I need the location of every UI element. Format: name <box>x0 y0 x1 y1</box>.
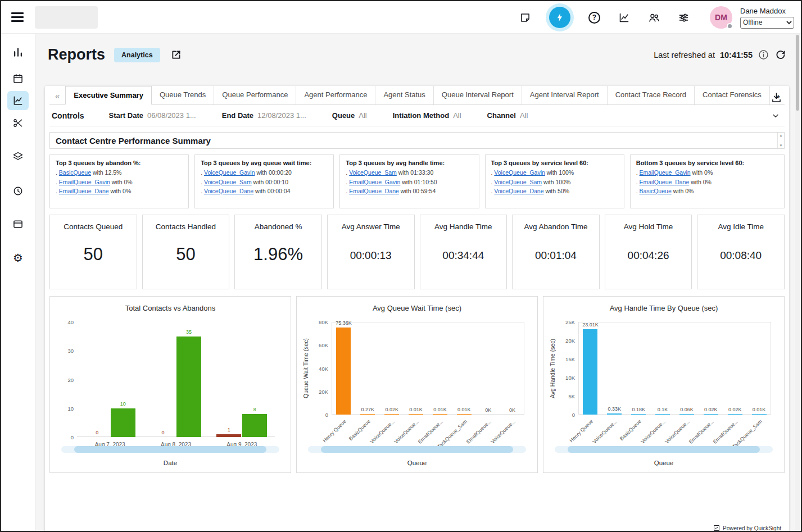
queue-link-voicequeue-gavin[interactable]: VoiceQueue_Gavin <box>494 169 545 176</box>
bar[interactable] <box>679 414 694 415</box>
layers-icon <box>12 151 24 162</box>
filter-queue[interactable]: QueueAll <box>332 111 367 120</box>
tab-executive-summary[interactable]: Executive Summary <box>65 86 152 105</box>
tab-queue-interval-report[interactable]: Queue Interval Report <box>434 86 522 104</box>
bar[interactable] <box>728 414 742 415</box>
bar[interactable] <box>631 414 646 415</box>
sidebar-item-settings[interactable]: ⚙ <box>7 248 29 267</box>
help-icon[interactable]: ? <box>588 12 600 24</box>
page-header: Reports Analytics Last refreshed at 10:4… <box>35 34 801 63</box>
window-icon <box>12 219 24 230</box>
bar[interactable] <box>176 337 201 437</box>
queue-link-voicequeue-sam[interactable]: VoiceQueue_Sam <box>349 169 397 176</box>
notes-icon[interactable] <box>519 12 531 24</box>
bar[interactable] <box>360 414 375 415</box>
chart-scrollbar-thumb[interactable] <box>568 446 759 453</box>
kpi-card-avg-abandon-time: Avg Abandon Time00:01:04 <box>512 215 600 289</box>
tab-contact-trace-record[interactable]: Contact Trace Record <box>608 86 695 104</box>
bar[interactable] <box>336 328 351 415</box>
tab-agent-performance[interactable]: Agent Performance <box>296 86 375 104</box>
flash-button[interactable] <box>549 7 570 28</box>
bar[interactable] <box>242 414 267 437</box>
chart-scrollbar[interactable] <box>308 446 526 453</box>
queue-link-basicqueue[interactable]: BasicQueue <box>640 188 672 194</box>
bar-value-label: 0K <box>496 407 529 413</box>
external-link-icon[interactable] <box>170 49 182 61</box>
sidebar-item-reports[interactable] <box>7 91 29 110</box>
sidebar-item-flows[interactable] <box>7 113 29 133</box>
queue-link-emailqueue-dane[interactable]: EmailQueue_Dane <box>349 188 399 194</box>
avatar[interactable]: DM <box>710 6 732 29</box>
status-select[interactable]: Offline <box>740 17 794 29</box>
bar[interactable] <box>433 414 447 415</box>
bar[interactable] <box>583 329 597 415</box>
queue-link-emailqueue-gavin[interactable]: EmailQueue_Gavin <box>59 179 110 185</box>
bar[interactable] <box>457 414 472 415</box>
scroll-up-icon[interactable]: ▲ <box>780 134 783 137</box>
page-scrollbar-thumb[interactable] <box>796 35 799 111</box>
chart-scrollbar[interactable] <box>555 446 773 453</box>
sidebar-item-workspaces[interactable] <box>7 215 29 234</box>
bar[interactable] <box>111 408 135 437</box>
controls-collapse-icon[interactable] <box>771 111 780 120</box>
page-scrollbar[interactable] <box>795 34 800 530</box>
y-tick-label: 0 <box>53 434 74 440</box>
bar[interactable] <box>704 414 718 415</box>
menu-icon[interactable] <box>11 10 24 25</box>
kpi-value: 50 <box>143 244 229 265</box>
chart-scrollbar[interactable] <box>61 446 279 453</box>
queue-link-basicqueue[interactable]: BasicQueue <box>59 169 91 176</box>
users-icon[interactable] <box>648 12 660 24</box>
queue-link-voicequeue-sam[interactable]: VoiceQueue_Sam <box>204 179 252 185</box>
filter-end-date[interactable]: End Date12/08/2023 1... <box>222 111 306 120</box>
tab-agent-interval-report[interactable]: Agent Interval Report <box>522 86 608 104</box>
scissors-icon <box>12 117 24 129</box>
bar-value-label: 0 <box>80 430 114 435</box>
queue-link-voicequeue-dane[interactable]: VoiceQueue_Dane <box>204 188 253 194</box>
sidebar-item-schedule[interactable] <box>7 69 29 88</box>
chart-scrollbar-thumb[interactable] <box>321 446 513 453</box>
summary-scrollbar[interactable]: ▲ ▼ <box>777 133 784 148</box>
kpi-label: Contacts Queued <box>50 222 137 231</box>
queue-link-emailqueue-dane[interactable]: EmailQueue_Dane <box>640 179 690 185</box>
bar[interactable] <box>655 414 670 415</box>
queue-link-emailqueue-gavin[interactable]: EmailQueue_Gavin <box>640 169 691 176</box>
sliders-icon[interactable] <box>678 12 690 24</box>
kpi-card-avg-idle-time: Avg Idle Time00:08:40 <box>697 215 785 289</box>
y-tick-label: 10 <box>53 406 74 412</box>
filter-channel[interactable]: ChannelAll <box>487 111 528 120</box>
kpi-card-avg-answer-time: Avg Answer Time00:00:13 <box>327 215 415 289</box>
queue-link-emailqueue-gavin[interactable]: EmailQueue_Gavin <box>349 179 400 185</box>
queue-link-voicequeue-gavin[interactable]: VoiceQueue_Gavin <box>204 169 255 176</box>
tab-queue-trends[interactable]: Queue Trends <box>152 86 214 104</box>
tab-contact-forensics[interactable]: Contact Forensics <box>695 86 770 104</box>
queue-link-voicequeue-sam[interactable]: VoiceQueue_Sam <box>494 179 542 185</box>
tabs-scroll-left-icon[interactable]: « <box>49 91 65 104</box>
scroll-down-icon[interactable]: ▼ <box>780 144 783 147</box>
bar[interactable] <box>409 414 423 415</box>
filter-start-date[interactable]: Start Date06/08/2023 1... <box>109 111 196 120</box>
filter-intiation-method[interactable]: Intiation MethodAll <box>393 111 461 120</box>
bar[interactable] <box>216 434 241 437</box>
info-icon[interactable] <box>758 49 769 61</box>
metrics-icon[interactable] <box>618 12 630 24</box>
bar[interactable] <box>607 413 622 415</box>
sidebar-item-dashboards[interactable] <box>7 43 29 62</box>
summary-card-title: Top 3 queues by service level 60: <box>491 160 618 166</box>
kpi-label: Avg Idle Time <box>697 222 784 231</box>
summary-card-title: Top 3 queues by avg handle time: <box>346 160 473 166</box>
sidebar-item-queues[interactable] <box>7 147 29 166</box>
kpi-card-contacts-queued: Contacts Queued50 <box>49 215 137 289</box>
sidebar-item-history[interactable] <box>7 181 29 201</box>
refresh-icon[interactable] <box>774 49 786 61</box>
chart-scrollbar-thumb[interactable] <box>74 446 266 453</box>
queue-link-voicequeue-dane[interactable]: VoiceQueue_Dane <box>494 188 543 194</box>
tab-agent-status[interactable]: Agent Status <box>375 86 433 104</box>
download-icon[interactable] <box>771 92 782 103</box>
refresh-area: Last refreshed at 10:41:55 <box>654 49 786 61</box>
bar[interactable] <box>384 414 399 415</box>
bar[interactable] <box>752 414 767 415</box>
queue-link-emailqueue-dane[interactable]: EmailQueue_Dane <box>59 188 109 194</box>
tab-queue-performance[interactable]: Queue Performance <box>214 86 296 104</box>
y-tick-label: 40K <box>308 366 328 372</box>
